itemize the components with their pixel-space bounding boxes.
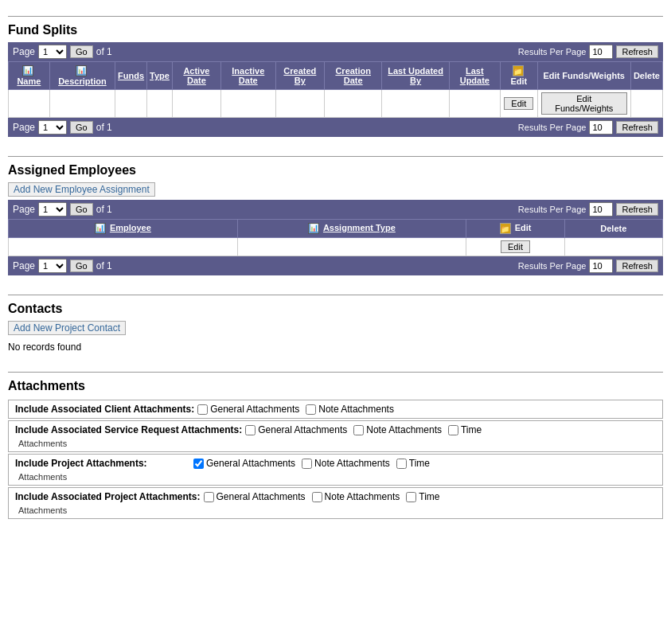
- fund-splits-page-select-bottom[interactable]: 1: [38, 120, 67, 135]
- col-type: Type: [147, 62, 173, 90]
- sort-icon-employee[interactable]: 📊: [95, 223, 106, 234]
- checkbox-3-0[interactable]: [204, 492, 214, 502]
- col-funds-label[interactable]: Funds: [118, 71, 144, 80]
- checkbox-2-2[interactable]: [396, 459, 407, 469]
- fund-splits-rpp-input-bottom[interactable]: [589, 120, 613, 135]
- ae-edit-button[interactable]: Edit: [501, 240, 530, 253]
- checkbox-1-1[interactable]: [353, 425, 364, 435]
- ae-of-label-bottom: of 1: [96, 260, 112, 271]
- col-inactive-date-label[interactable]: Inactive Date: [232, 66, 264, 85]
- attachment-label-0: Include Associated Client Attachments:: [15, 404, 194, 415]
- ae-cell-assignment-type: [237, 238, 466, 256]
- attachment-option-0-1[interactable]: Note Attachments: [306, 404, 394, 415]
- attachment-option-1-0[interactable]: General Attachments: [245, 424, 347, 435]
- ae-refresh-top[interactable]: Refresh: [616, 203, 658, 216]
- ae-col-delete: Delete: [564, 220, 662, 238]
- fund-splits-page-label-top: Page: [13, 46, 35, 57]
- attachment-option-2-2[interactable]: Time: [396, 458, 430, 469]
- fund-splits-pagination-bottom: Page 1 Go of 1 Results Per Page Refresh: [8, 118, 663, 137]
- attachment-option-1-1[interactable]: Note Attachments: [353, 424, 442, 435]
- ae-go-top[interactable]: Go: [70, 203, 93, 216]
- attachment-option-label-2-1: Note Attachments: [314, 458, 390, 469]
- checkbox-3-2[interactable]: [406, 492, 416, 502]
- col-funds: Funds: [115, 62, 147, 90]
- ae-page-select-top[interactable]: 1: [38, 202, 67, 217]
- contacts-no-records: No records found: [8, 342, 663, 353]
- checkbox-1-2[interactable]: [448, 425, 458, 435]
- fund-splits-go-bottom[interactable]: Go: [70, 121, 93, 134]
- cell-last-updated-by: [382, 90, 449, 118]
- col-type-label[interactable]: Type: [150, 71, 170, 80]
- ae-col-employee-label[interactable]: Employee: [110, 223, 151, 232]
- attachment-row-2: Include Project Attachments: General Att…: [8, 454, 663, 486]
- ae-rpp-input-top[interactable]: [589, 202, 613, 217]
- attachment-option-2-0[interactable]: General Attachments: [193, 458, 295, 469]
- fund-splits-table-wrapper: 📊 Name 📊 Description Funds Type Active: [8, 61, 663, 118]
- ae-col-assignment-type-label[interactable]: Assignment Type: [323, 223, 396, 232]
- checkbox-1-0[interactable]: [245, 425, 256, 435]
- attachment-option-3-2[interactable]: Time: [406, 491, 439, 502]
- fund-splits-rpp-input-top[interactable]: 10: [589, 45, 613, 59]
- assigned-employees-table-wrapper: 📊 Employee 📊 Assignment Type 📁 Edit Dele…: [8, 219, 663, 256]
- fund-splits-page-label-bottom: Page: [13, 122, 35, 133]
- ae-rpp-input-bottom[interactable]: [589, 259, 613, 273]
- attachment-option-3-1[interactable]: Note Attachments: [312, 491, 400, 502]
- fund-splits-pagination-top: Page 1 Go of 1 Results Per Page 10 Refre…: [8, 42, 663, 61]
- ae-col-edit-label: Edit: [515, 223, 532, 232]
- checkbox-0-0[interactable]: [197, 404, 208, 415]
- ae-col-employee: 📊 Employee: [9, 220, 238, 238]
- attachment-options-1: General Attachments Note Attachments Tim…: [245, 424, 482, 435]
- sort-icon-assignment-type[interactable]: 📊: [308, 223, 319, 234]
- cell-type: [147, 90, 173, 118]
- col-name: 📊 Name: [9, 62, 50, 90]
- col-last-update-label[interactable]: Last Update: [460, 66, 490, 85]
- attachment-options-0: General Attachments Note Attachments: [197, 404, 394, 415]
- fund-splits-of-label-top: of 1: [96, 46, 112, 57]
- col-creation-date-label[interactable]: Creation Date: [335, 66, 371, 85]
- ae-rpp-label-top: Results Per Page: [518, 205, 587, 214]
- attachment-row-3: Include Associated Project Attachments: …: [8, 487, 663, 519]
- edit-button[interactable]: Edit: [504, 97, 533, 110]
- col-description-label[interactable]: Description: [58, 76, 107, 86]
- fund-splits-page-select-top[interactable]: 1: [38, 45, 67, 59]
- ae-refresh-bottom[interactable]: Refresh: [616, 260, 658, 272]
- attachment-sub-2: Attachments: [15, 472, 656, 482]
- ae-page-select-bottom[interactable]: 1: [38, 259, 67, 273]
- col-delete-label: Delete: [634, 71, 660, 80]
- col-created-by-label[interactable]: Created By: [283, 66, 316, 85]
- attachment-option-2-1[interactable]: Note Attachments: [302, 458, 390, 469]
- col-name-label[interactable]: Name: [17, 76, 41, 86]
- fund-splits-refresh-top[interactable]: Refresh: [616, 45, 658, 58]
- ae-page-label-top: Page: [13, 204, 35, 215]
- ae-go-bottom[interactable]: Go: [70, 260, 93, 272]
- checkbox-2-0[interactable]: [193, 459, 204, 469]
- ae-col-edit: 📁 Edit: [466, 220, 564, 238]
- attachment-option-label-0-1: Note Attachments: [318, 404, 394, 415]
- attachment-option-1-2[interactable]: Time: [448, 424, 482, 435]
- ae-of-label-top: of 1: [96, 204, 112, 215]
- attachment-option-3-0[interactable]: General Attachments: [204, 491, 306, 502]
- col-last-updated-by-label[interactable]: Last Updated By: [388, 66, 443, 85]
- fund-splits-refresh-bottom[interactable]: Refresh: [616, 121, 658, 134]
- sort-icon-ae-edit: 📁: [500, 223, 511, 234]
- attachment-option-0-0[interactable]: General Attachments: [197, 404, 299, 415]
- sort-icon-description[interactable]: 📊: [76, 65, 87, 76]
- fund-splits-go-top[interactable]: Go: [70, 45, 93, 58]
- checkbox-3-1[interactable]: [312, 492, 322, 502]
- edit-funds-weights-button[interactable]: Edit Funds/Weights: [541, 92, 627, 115]
- cell-inactive-date: [220, 90, 275, 118]
- add-new-project-contact-link[interactable]: Add New Project Contact: [8, 321, 126, 335]
- checkbox-0-1[interactable]: [306, 404, 316, 415]
- assigned-employees-title: Assigned Employees: [8, 163, 663, 178]
- attachment-option-label-2-0: General Attachments: [206, 458, 295, 469]
- col-delete: Delete: [630, 62, 662, 90]
- ae-col-delete-label: Delete: [600, 224, 626, 233]
- col-active-date-label[interactable]: Active Date: [183, 66, 209, 85]
- add-new-employee-assignment-link[interactable]: Add New Employee Assignment: [8, 182, 155, 197]
- sort-icon-name[interactable]: 📊: [22, 65, 33, 76]
- col-creation-date: Creation Date: [324, 62, 382, 90]
- checkbox-2-1[interactable]: [302, 459, 312, 469]
- attachment-row-0: Include Associated Client Attachments: G…: [8, 400, 663, 419]
- attachment-option-label-3-1: Note Attachments: [325, 491, 400, 502]
- col-created-by: Created By: [275, 62, 324, 90]
